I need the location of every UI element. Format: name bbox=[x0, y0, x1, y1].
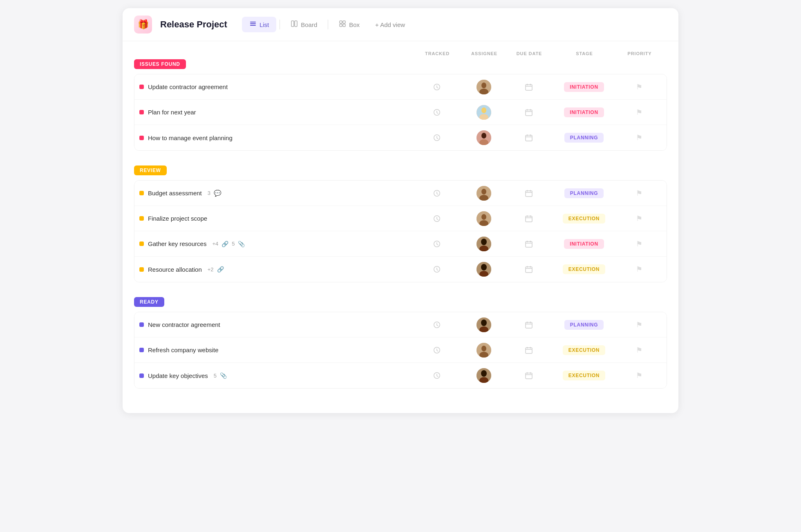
avatar bbox=[477, 130, 491, 145]
task-dot bbox=[139, 110, 144, 114]
task-name-cell: How to manage event planning bbox=[139, 130, 412, 146]
stage-badge: EXECUTION bbox=[563, 371, 606, 380]
tracked-icon[interactable] bbox=[430, 106, 443, 119]
table-row[interactable]: Update contractor agreement bbox=[134, 74, 667, 100]
calendar-icon[interactable] bbox=[522, 187, 535, 200]
section-ready: READY New contractor agreement bbox=[134, 297, 667, 389]
calendar-icon[interactable] bbox=[522, 80, 535, 94]
tab-board[interactable]: Board bbox=[283, 17, 324, 32]
due-date-cell bbox=[506, 344, 551, 357]
tracked-icon[interactable] bbox=[430, 237, 443, 250]
stage-badge: INITIATION bbox=[564, 82, 604, 92]
task-dot bbox=[139, 191, 144, 195]
issues-found-table: Update contractor agreement bbox=[134, 74, 667, 151]
task-dot bbox=[139, 216, 144, 221]
svg-point-18 bbox=[481, 133, 486, 139]
flag-icon[interactable]: ⚑ bbox=[636, 371, 642, 380]
table-row[interactable]: Budget assessment 3 💬 bbox=[134, 181, 667, 206]
flag-icon[interactable]: ⚑ bbox=[636, 214, 642, 223]
tracked-icon[interactable] bbox=[430, 80, 443, 94]
flag-icon[interactable]: ⚑ bbox=[636, 83, 642, 92]
table-row[interactable]: Update key objectives 5 📎 bbox=[134, 363, 667, 388]
task-name-cell: Gather key resources +4 🔗 5 📎 bbox=[139, 235, 412, 252]
meta-count: 5 bbox=[232, 241, 235, 247]
table-row[interactable]: Plan for next year bbox=[134, 100, 667, 125]
tracked-cell bbox=[412, 237, 461, 250]
svg-point-38 bbox=[481, 320, 487, 326]
attachment-icon: 📎 bbox=[220, 372, 227, 379]
table-row[interactable]: Finalize project scope bbox=[134, 206, 667, 231]
due-date-cell bbox=[506, 212, 551, 225]
task-name-cell: Resource allocation +2 🔗 bbox=[139, 261, 412, 278]
calendar-icon[interactable] bbox=[522, 344, 535, 357]
flag-icon[interactable]: ⚑ bbox=[636, 346, 642, 355]
tab-box[interactable]: Box bbox=[331, 17, 367, 32]
assignee-cell bbox=[461, 80, 506, 94]
stage-badge: PLANNING bbox=[564, 320, 604, 330]
task-dot bbox=[139, 136, 144, 140]
calendar-icon[interactable] bbox=[522, 106, 535, 119]
stage-badge: PLANNING bbox=[564, 188, 604, 198]
avatar bbox=[477, 237, 491, 251]
attachment-icon: 📎 bbox=[238, 241, 245, 247]
avatar bbox=[477, 317, 491, 332]
task-name: Resource allocation bbox=[148, 266, 202, 273]
add-view-button[interactable]: + Add view bbox=[369, 18, 412, 31]
tracked-icon[interactable] bbox=[430, 263, 443, 276]
flag-icon[interactable]: ⚑ bbox=[636, 133, 642, 142]
project-title: Release Project bbox=[160, 19, 227, 30]
tracked-icon[interactable] bbox=[430, 344, 443, 357]
table-row[interactable]: Gather key resources +4 🔗 5 📎 bbox=[134, 231, 667, 257]
priority-cell: ⚑ bbox=[617, 189, 662, 198]
calendar-icon[interactable] bbox=[522, 369, 535, 382]
tab-list[interactable]: List bbox=[242, 17, 276, 32]
flag-icon[interactable]: ⚑ bbox=[636, 265, 642, 274]
svg-rect-7 bbox=[340, 24, 342, 27]
tracked-icon[interactable] bbox=[430, 187, 443, 200]
comment-icon: 💬 bbox=[214, 190, 222, 197]
link-icon: 🔗 bbox=[222, 241, 228, 247]
col-tracked: TRACKED bbox=[413, 51, 462, 56]
calendar-icon[interactable] bbox=[522, 237, 535, 250]
badge-issues-found: ISSUES FOUND bbox=[134, 59, 186, 69]
flag-icon[interactable]: ⚑ bbox=[636, 108, 642, 117]
tracked-icon[interactable] bbox=[430, 318, 443, 331]
calendar-icon[interactable] bbox=[522, 131, 535, 144]
section-header-ready: READY bbox=[134, 297, 667, 307]
task-dot bbox=[139, 322, 144, 327]
calendar-icon[interactable] bbox=[522, 263, 535, 276]
table-row[interactable]: How to manage event planning bbox=[134, 125, 667, 150]
assignee-cell bbox=[461, 343, 506, 358]
priority-cell: ⚑ bbox=[617, 108, 662, 117]
table-row[interactable]: Resource allocation +2 🔗 bbox=[134, 257, 667, 282]
stage-cell: PLANNING bbox=[551, 320, 617, 330]
tracked-icon[interactable] bbox=[430, 212, 443, 225]
avatar bbox=[477, 186, 491, 201]
flag-icon[interactable]: ⚑ bbox=[636, 189, 642, 198]
tracked-icon[interactable] bbox=[430, 369, 443, 382]
flag-icon[interactable]: ⚑ bbox=[636, 320, 642, 329]
task-meta: +2 🔗 bbox=[208, 266, 224, 273]
svg-rect-44 bbox=[526, 348, 532, 353]
tracked-icon[interactable] bbox=[430, 131, 443, 144]
stage-badge: EXECUTION bbox=[563, 264, 606, 274]
section-issues-found: ISSUES FOUND Update contractor agreement bbox=[134, 59, 667, 151]
avatar bbox=[477, 80, 491, 94]
due-date-cell bbox=[506, 369, 551, 382]
stage-cell: PLANNING bbox=[551, 133, 617, 143]
svg-rect-12 bbox=[526, 85, 532, 90]
table-row[interactable]: New contractor agreement bbox=[134, 312, 667, 338]
svg-rect-24 bbox=[526, 191, 532, 197]
svg-point-10 bbox=[481, 83, 486, 88]
calendar-icon[interactable] bbox=[522, 318, 535, 331]
svg-point-30 bbox=[481, 239, 487, 245]
task-name: Budget assessment bbox=[148, 190, 202, 197]
due-date-cell bbox=[506, 187, 551, 200]
flag-icon[interactable]: ⚑ bbox=[636, 239, 642, 248]
assignee-cell bbox=[461, 237, 506, 251]
calendar-icon[interactable] bbox=[522, 212, 535, 225]
table-row[interactable]: Refresh company website bbox=[134, 338, 667, 363]
header: 🎁 Release Project List Board B bbox=[123, 8, 678, 41]
svg-rect-6 bbox=[343, 21, 345, 23]
due-date-cell bbox=[506, 318, 551, 331]
